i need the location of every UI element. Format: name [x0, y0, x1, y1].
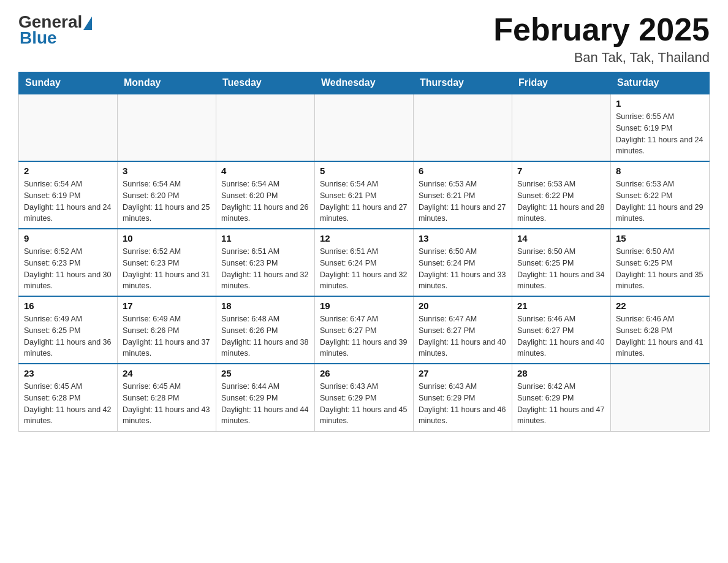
day-number: 28 — [517, 368, 605, 378]
day-info: Sunrise: 6:53 AM Sunset: 6:21 PM Dayligh… — [419, 178, 507, 224]
col-sunday: Sunday — [19, 72, 118, 94]
day-info: Sunrise: 6:54 AM Sunset: 6:19 PM Dayligh… — [24, 178, 112, 224]
day-info: Sunrise: 6:54 AM Sunset: 6:21 PM Dayligh… — [320, 178, 408, 224]
day-info: Sunrise: 6:45 AM Sunset: 6:28 PM Dayligh… — [123, 381, 211, 427]
day-info: Sunrise: 6:43 AM Sunset: 6:29 PM Dayligh… — [419, 381, 507, 427]
day-cell: 23Sunrise: 6:45 AM Sunset: 6:28 PM Dayli… — [19, 364, 118, 431]
week-row-5: 23Sunrise: 6:45 AM Sunset: 6:28 PM Dayli… — [19, 364, 710, 431]
day-number: 19 — [320, 301, 408, 311]
week-row-3: 9Sunrise: 6:52 AM Sunset: 6:23 PM Daylig… — [19, 229, 710, 296]
day-cell: 13Sunrise: 6:50 AM Sunset: 6:24 PM Dayli… — [414, 229, 512, 296]
day-number: 13 — [419, 233, 507, 243]
day-cell: 12Sunrise: 6:51 AM Sunset: 6:24 PM Dayli… — [315, 229, 414, 296]
day-cell: 25Sunrise: 6:44 AM Sunset: 6:29 PM Dayli… — [216, 364, 315, 431]
day-info: Sunrise: 6:49 AM Sunset: 6:25 PM Dayligh… — [24, 313, 112, 359]
logo: General Blue — [18, 12, 92, 48]
day-number: 9 — [24, 233, 112, 243]
day-number: 23 — [24, 368, 112, 378]
day-cell: 15Sunrise: 6:50 AM Sunset: 6:25 PM Dayli… — [611, 229, 710, 296]
day-cell — [611, 364, 710, 431]
page-header: General Blue February 2025 Ban Tak, Tak,… — [18, 12, 710, 66]
day-info: Sunrise: 6:47 AM Sunset: 6:27 PM Dayligh… — [320, 313, 408, 359]
day-cell: 8Sunrise: 6:53 AM Sunset: 6:22 PM Daylig… — [611, 161, 710, 229]
day-number: 24 — [123, 368, 211, 378]
col-saturday: Saturday — [611, 72, 710, 94]
day-number: 22 — [616, 301, 704, 311]
day-number: 16 — [24, 301, 112, 311]
day-cell — [414, 94, 512, 161]
col-friday: Friday — [512, 72, 611, 94]
day-info: Sunrise: 6:54 AM Sunset: 6:20 PM Dayligh… — [221, 178, 309, 224]
day-number: 12 — [320, 233, 408, 243]
day-info: Sunrise: 6:55 AM Sunset: 6:19 PM Dayligh… — [616, 111, 704, 157]
day-info: Sunrise: 6:50 AM Sunset: 6:24 PM Dayligh… — [419, 246, 507, 292]
day-number: 2 — [24, 166, 112, 176]
day-info: Sunrise: 6:54 AM Sunset: 6:20 PM Dayligh… — [123, 178, 211, 224]
location-text: Ban Tak, Tak, Thailand — [493, 50, 710, 66]
day-cell — [19, 94, 118, 161]
day-number: 17 — [123, 301, 211, 311]
day-number: 10 — [123, 233, 211, 243]
day-number: 25 — [221, 368, 309, 378]
day-number: 27 — [419, 368, 507, 378]
day-number: 20 — [419, 301, 507, 311]
day-cell: 26Sunrise: 6:43 AM Sunset: 6:29 PM Dayli… — [315, 364, 414, 431]
day-cell: 14Sunrise: 6:50 AM Sunset: 6:25 PM Dayli… — [512, 229, 611, 296]
day-cell: 9Sunrise: 6:52 AM Sunset: 6:23 PM Daylig… — [19, 229, 118, 296]
day-number: 5 — [320, 166, 408, 176]
day-cell: 6Sunrise: 6:53 AM Sunset: 6:21 PM Daylig… — [414, 161, 512, 229]
title-section: February 2025 Ban Tak, Tak, Thailand — [493, 12, 710, 66]
day-number: 6 — [419, 166, 507, 176]
day-number: 11 — [221, 233, 309, 243]
day-info: Sunrise: 6:52 AM Sunset: 6:23 PM Dayligh… — [24, 246, 112, 292]
day-info: Sunrise: 6:46 AM Sunset: 6:27 PM Dayligh… — [517, 313, 605, 359]
day-info: Sunrise: 6:44 AM Sunset: 6:29 PM Dayligh… — [221, 381, 309, 427]
day-cell: 1Sunrise: 6:55 AM Sunset: 6:19 PM Daylig… — [611, 94, 710, 161]
day-info: Sunrise: 6:53 AM Sunset: 6:22 PM Dayligh… — [517, 178, 605, 224]
day-cell: 22Sunrise: 6:46 AM Sunset: 6:28 PM Dayli… — [611, 296, 710, 364]
day-info: Sunrise: 6:42 AM Sunset: 6:29 PM Dayligh… — [517, 381, 605, 427]
day-number: 14 — [517, 233, 605, 243]
day-cell: 3Sunrise: 6:54 AM Sunset: 6:20 PM Daylig… — [118, 161, 216, 229]
col-monday: Monday — [118, 72, 216, 94]
day-cell — [118, 94, 216, 161]
col-wednesday: Wednesday — [315, 72, 414, 94]
day-cell: 18Sunrise: 6:48 AM Sunset: 6:26 PM Dayli… — [216, 296, 315, 364]
day-cell: 5Sunrise: 6:54 AM Sunset: 6:21 PM Daylig… — [315, 161, 414, 229]
day-cell: 24Sunrise: 6:45 AM Sunset: 6:28 PM Dayli… — [118, 364, 216, 431]
day-cell: 28Sunrise: 6:42 AM Sunset: 6:29 PM Dayli… — [512, 364, 611, 431]
day-info: Sunrise: 6:43 AM Sunset: 6:29 PM Dayligh… — [320, 381, 408, 427]
day-cell: 10Sunrise: 6:52 AM Sunset: 6:23 PM Dayli… — [118, 229, 216, 296]
day-cell — [512, 94, 611, 161]
day-cell — [216, 94, 315, 161]
day-cell: 27Sunrise: 6:43 AM Sunset: 6:29 PM Dayli… — [414, 364, 512, 431]
day-info: Sunrise: 6:47 AM Sunset: 6:27 PM Dayligh… — [419, 313, 507, 359]
day-cell: 17Sunrise: 6:49 AM Sunset: 6:26 PM Dayli… — [118, 296, 216, 364]
logo-triangle-icon — [83, 17, 92, 30]
day-cell: 21Sunrise: 6:46 AM Sunset: 6:27 PM Dayli… — [512, 296, 611, 364]
day-number: 3 — [123, 166, 211, 176]
day-info: Sunrise: 6:51 AM Sunset: 6:24 PM Dayligh… — [320, 246, 408, 292]
day-cell: 4Sunrise: 6:54 AM Sunset: 6:20 PM Daylig… — [216, 161, 315, 229]
day-number: 8 — [616, 166, 704, 176]
day-number: 7 — [517, 166, 605, 176]
day-info: Sunrise: 6:51 AM Sunset: 6:23 PM Dayligh… — [221, 246, 309, 292]
week-row-2: 2Sunrise: 6:54 AM Sunset: 6:19 PM Daylig… — [19, 161, 710, 229]
day-info: Sunrise: 6:50 AM Sunset: 6:25 PM Dayligh… — [616, 246, 704, 292]
day-cell: 11Sunrise: 6:51 AM Sunset: 6:23 PM Dayli… — [216, 229, 315, 296]
day-number: 15 — [616, 233, 704, 243]
day-info: Sunrise: 6:46 AM Sunset: 6:28 PM Dayligh… — [616, 313, 704, 359]
week-row-4: 16Sunrise: 6:49 AM Sunset: 6:25 PM Dayli… — [19, 296, 710, 364]
day-number: 18 — [221, 301, 309, 311]
day-number: 1 — [616, 98, 704, 109]
calendar-header-row: Sunday Monday Tuesday Wednesday Thursday… — [19, 72, 710, 94]
day-cell: 20Sunrise: 6:47 AM Sunset: 6:27 PM Dayli… — [414, 296, 512, 364]
day-cell: 16Sunrise: 6:49 AM Sunset: 6:25 PM Dayli… — [19, 296, 118, 364]
day-cell: 2Sunrise: 6:54 AM Sunset: 6:19 PM Daylig… — [19, 161, 118, 229]
col-thursday: Thursday — [414, 72, 512, 94]
logo-blue-text: Blue — [20, 28, 57, 48]
day-info: Sunrise: 6:45 AM Sunset: 6:28 PM Dayligh… — [24, 381, 112, 427]
day-number: 4 — [221, 166, 309, 176]
col-tuesday: Tuesday — [216, 72, 315, 94]
day-number: 26 — [320, 368, 408, 378]
